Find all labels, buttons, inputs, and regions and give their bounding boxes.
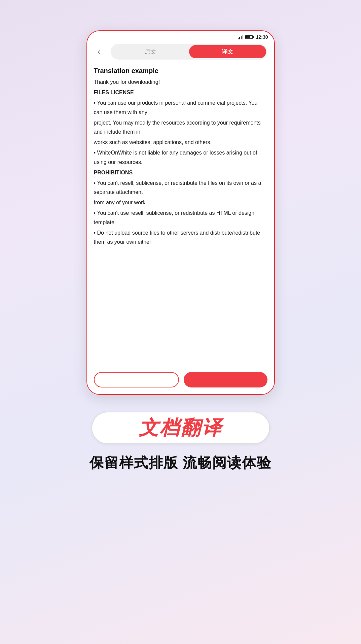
tab-original[interactable]: 原文 xyxy=(112,45,189,58)
bottom-buttons xyxy=(87,367,274,394)
line-11: • Do not upload source files to other se… xyxy=(94,228,267,246)
tagline: 保留样式排版 流畅阅读体验 xyxy=(89,453,272,472)
battery-icon xyxy=(245,35,254,39)
line-5: works such as websites, applications, an… xyxy=(94,138,267,147)
tab-switcher: 原文 译文 xyxy=(111,44,267,60)
phone-mockup: 12:30 ‹ 原文 译文 Translation example Thank … xyxy=(86,30,275,395)
big-button-wrapper[interactable]: 文档翻译 xyxy=(92,412,270,444)
line-9: from any of your work. xyxy=(94,198,267,207)
line-3: • You can use our products in personal a… xyxy=(94,98,267,116)
line-2: FILES LICENSE xyxy=(94,88,267,97)
line-10: • You can't use resell, sublicense, or r… xyxy=(94,208,267,227)
content-area: Translation example Thank you for downlo… xyxy=(87,64,274,367)
doc-title: Translation example xyxy=(94,67,267,75)
line-1: Thank you for downloading! xyxy=(94,77,267,87)
back-button[interactable]: ‹ xyxy=(94,46,105,57)
line-6: • WhiteOnWhite is not liable for any dam… xyxy=(94,148,267,166)
signal-icon xyxy=(238,35,243,39)
line-4: project. You may modify the resources ac… xyxy=(94,118,267,136)
tab-translated[interactable]: 译文 xyxy=(189,45,266,58)
btn-filled[interactable] xyxy=(184,372,267,387)
line-8: • You can't resell, sublicense, or redis… xyxy=(94,178,267,197)
status-time: 12:30 xyxy=(256,34,268,40)
top-nav: ‹ 原文 译文 xyxy=(87,41,274,64)
big-button-text: 文档翻译 xyxy=(139,415,222,441)
status-bar: 12:30 xyxy=(87,31,274,41)
line-7: PROHIBITIONS xyxy=(94,168,267,177)
bottom-section: 文档翻译 保留样式排版 流畅阅读体验 xyxy=(0,395,361,482)
btn-outline[interactable] xyxy=(94,372,179,387)
doc-body: Thank you for downloading! FILES LICENSE… xyxy=(94,77,267,246)
